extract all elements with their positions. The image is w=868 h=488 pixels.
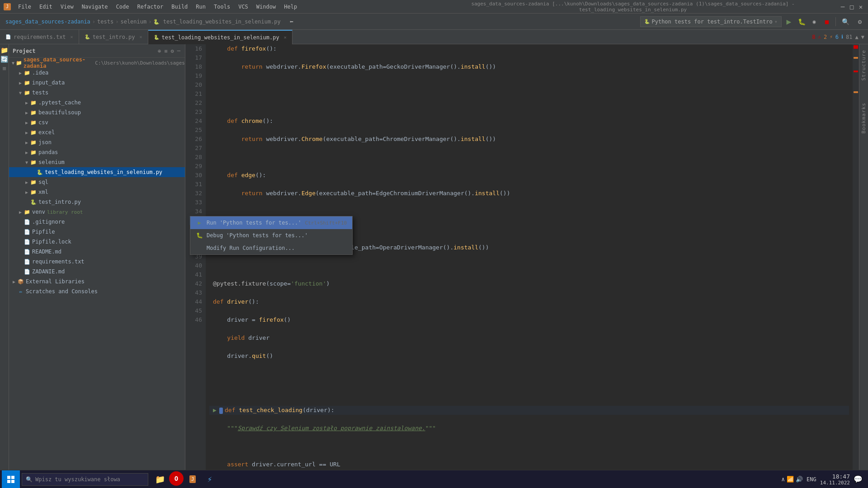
code-line-19 (209, 99, 849, 108)
menu-run[interactable]: Run (192, 3, 209, 11)
menu-edit[interactable]: Edit (36, 3, 56, 11)
language-indicator[interactable]: ENG (807, 476, 816, 483)
tree-xml[interactable]: ▶ 📁 xml (9, 187, 185, 197)
breadcrumb-selenium[interactable]: selenium (120, 19, 146, 25)
taskbar-search[interactable]: 🔍 Wpisz tu wyszukiwane słowa (22, 473, 148, 486)
run-button[interactable]: ▶ (783, 16, 794, 27)
tree-input-data[interactable]: ▶ 📁 input_data (9, 78, 185, 88)
tab-close-requirements[interactable]: ✕ (71, 34, 73, 39)
tree-sql[interactable]: ▶ 📁 sql (9, 177, 185, 187)
taskbar-explorer[interactable]: 📁 (152, 471, 168, 488)
json-folder-icon: 📁 (30, 140, 37, 145)
run-config-bar: 🐍 Python tests for test_intro.TestIntro … (640, 15, 866, 28)
breadcrumb-tests[interactable]: tests (97, 19, 113, 25)
minimize-button[interactable]: ─ (839, 3, 846, 10)
breadcrumb-project[interactable]: sages_data_sources-zadania (5, 19, 90, 25)
ctx-run-item[interactable]: ▶ Run 'Python tests for tes...' Ctrl+Shi… (190, 216, 352, 229)
menu-refactor[interactable]: Refactor (133, 3, 167, 11)
scroll-down[interactable]: ▼ (861, 34, 864, 40)
code-editor[interactable]: def firefox(): return webdriver.Firefox(… (206, 44, 853, 474)
ctx-modify-item[interactable]: Modify Run Configuration... (190, 242, 352, 254)
tree-root[interactable]: ▼ 📁 sages_data_sources-zadania C:\Users\… (9, 58, 185, 68)
menu-tools[interactable]: Tools (210, 3, 234, 11)
menu-help[interactable]: Help (280, 3, 301, 11)
tree-beautifulsoup[interactable]: ▶ 📁 beautifulsoup (9, 108, 185, 117)
git-back-button[interactable]: ⬅ (285, 15, 298, 28)
tree-tests[interactable]: ▼ 📁 tests (9, 88, 185, 98)
search-icon: 🔍 (26, 476, 33, 483)
stop-button[interactable]: ■ (821, 16, 832, 27)
close-button[interactable]: ✕ (857, 3, 864, 10)
tree-gitignore[interactable]: 📄 .gitignore (9, 217, 185, 227)
pandas-folder-icon: 📁 (30, 150, 37, 155)
coverage-button[interactable]: ◉ (809, 16, 820, 27)
run-config-dropdown[interactable]: 🐍 Python tests for test_intro.TestIntro … (640, 16, 782, 27)
tree-zadanie[interactable]: 📄 ZADANIE.md (9, 267, 185, 277)
project-collapse-icon[interactable]: ≡ (163, 47, 168, 55)
warning-gutter-1 (854, 57, 858, 59)
tab-icon-requirements: 📄 (5, 34, 11, 39)
code-line-23b: return webdriver.Edge(executable_path=Ed… (209, 189, 849, 198)
tab-test-intro[interactable]: 🐍 test_intro.py ✕ (79, 30, 148, 44)
structure-icon[interactable]: ≡ (0, 64, 9, 72)
zadanie-icon: 📄 (24, 269, 31, 275)
context-menu: ▶ Run 'Python tests for tes...' Ctrl+Shi… (190, 216, 353, 255)
notification-icon[interactable]: 💬 (854, 475, 863, 483)
tree-pandas[interactable]: ▶ 📁 pandas (9, 147, 185, 157)
taskbar-opera[interactable]: O (169, 471, 184, 486)
project-settings-icon[interactable]: ⚙ (170, 47, 175, 55)
structure-label[interactable]: Structure (860, 48, 868, 83)
menu-navigate[interactable]: Navigate (78, 3, 112, 11)
tree-scratches[interactable]: ✏ Scratches and Consoles (9, 286, 185, 296)
menu-file[interactable]: File (14, 3, 35, 11)
code-line-17: return webdriver.Firefox(executable_path… (209, 62, 849, 71)
maximize-button[interactable]: □ (848, 3, 855, 10)
bookmarks-label[interactable]: Bookmarks (860, 101, 868, 136)
menu-vcs[interactable]: VCS (235, 3, 252, 11)
menu-build[interactable]: Build (168, 3, 191, 11)
tab-test-loading[interactable]: 🐍 test_loading_websites_in_selenium.py ✕ (148, 30, 292, 44)
title-bar: J File Edit View Navigate Code Refactor … (0, 0, 868, 14)
tree-json[interactable]: ▶ 📁 json (9, 137, 185, 147)
tab-close-test-intro[interactable]: ✕ (140, 34, 142, 39)
search-button[interactable]: 🔍 (839, 15, 852, 28)
pytest-folder-icon: 📁 (30, 100, 37, 106)
chevron-up-icon[interactable]: ∧ (781, 476, 785, 483)
test-intro-icon: 🐍 (30, 199, 37, 205)
debug-button[interactable]: 🐛 (796, 16, 807, 27)
tree-requirements[interactable]: 📄 requirements.txt (9, 257, 185, 267)
tab-close-test-loading[interactable]: ✕ (284, 35, 287, 40)
menu-code[interactable]: Code (113, 3, 133, 11)
tree-idea[interactable]: ▶ 📁 .idea (9, 68, 185, 78)
sql-folder-icon: 📁 (30, 179, 37, 185)
project-icon[interactable]: 📁 (0, 46, 9, 54)
tree-external-libs[interactable]: ▶ 📦 External Libraries (9, 277, 185, 286)
tree-pytest-cache[interactable]: ▶ 📁 .pytest_cache (9, 98, 185, 108)
menu-window[interactable]: Window (253, 3, 279, 11)
code-line-23: def edge(): (209, 171, 849, 180)
taskbar-intellij[interactable]: J (184, 471, 201, 488)
scroll-up[interactable]: ▲ (855, 34, 859, 40)
tree-test-loading[interactable]: 🐍 test_loading_websites_in_selenium.py (9, 167, 185, 177)
tree-test-intro[interactable]: 🐍 test_intro.py (9, 197, 185, 207)
tab-requirements[interactable]: 📄 requirements.txt ✕ (0, 30, 79, 44)
taskbar-other[interactable]: ⚡ (202, 471, 218, 488)
tree-excel[interactable]: ▶ 📁 excel (9, 127, 185, 137)
project-header: Project ⊕ ≡ ⚙ ─ (9, 44, 185, 58)
venv-label: venv (32, 209, 45, 215)
warning-gutter-2 (854, 91, 858, 93)
settings-button[interactable]: ⚙ (854, 15, 866, 28)
start-button[interactable] (2, 470, 20, 488)
tab-icon-test-loading: 🐍 (154, 35, 159, 40)
project-locate-icon[interactable]: ⊕ (157, 47, 162, 55)
tree-venv[interactable]: ▶ 📁 venv library root (9, 207, 185, 217)
tree-pipfile[interactable]: 📄 Pipfile (9, 227, 185, 237)
project-close-icon[interactable]: ─ (176, 47, 181, 55)
menu-view[interactable]: View (57, 3, 77, 11)
tree-selenium[interactable]: ▼ 📁 selenium (9, 157, 185, 167)
tree-pipfile-lock[interactable]: 📄 Pipfile.lock (9, 237, 185, 247)
vcs-icon[interactable]: 🔄 (0, 55, 9, 63)
ctx-debug-item[interactable]: 🐛 Debug 'Python tests for tes...' (190, 229, 352, 242)
tree-readme[interactable]: 📄 README.md (9, 247, 185, 257)
tree-csv[interactable]: ▶ 📁 csv (9, 117, 185, 127)
